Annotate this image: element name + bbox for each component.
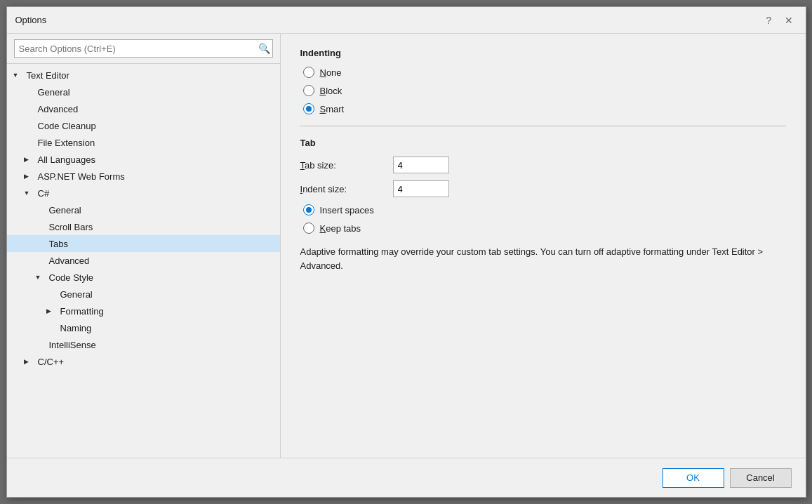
- tree-item-label-code-cleanup: Code Cleanup: [38, 121, 96, 131]
- help-button[interactable]: ?: [761, 12, 778, 29]
- tree-view: ▼Text EditorGeneralAdvancedCode CleanupF…: [7, 64, 280, 458]
- keep-tabs-label: Keep tabs: [320, 223, 361, 234]
- tree-item-label-naming: Naming: [60, 323, 92, 333]
- tree-item-label-csharp: C#: [38, 188, 50, 199]
- tree-item-code-style-general[interactable]: General: [7, 286, 280, 303]
- title-bar: Options ? ✕: [7, 7, 806, 34]
- dialog-title: Options: [15, 15, 761, 25]
- options-dialog: Options ? ✕ 🔍 ▼Text EditorGeneralAdvance…: [6, 6, 806, 498]
- indenting-section: Indenting None Block Smart: [300, 48, 786, 114]
- search-input[interactable]: [14, 39, 273, 58]
- tab-size-label: Tab size:: [300, 160, 385, 171]
- tree-item-label-general: General: [38, 87, 70, 98]
- indent-smart-option[interactable]: Smart: [303, 103, 786, 114]
- cancel-button[interactable]: Cancel: [730, 468, 792, 488]
- indent-smart-radio[interactable]: [303, 103, 314, 114]
- indent-block-radio[interactable]: [303, 85, 314, 96]
- tree-item-csharp-advanced[interactable]: Advanced: [7, 252, 280, 269]
- section-divider-1: [300, 126, 786, 126]
- tree-item-label-intellisense: IntelliSense: [49, 340, 96, 350]
- expand-icon-csharp: ▼: [24, 190, 35, 197]
- tree-item-label-formatting: Formatting: [60, 306, 104, 317]
- tree-item-tabs[interactable]: Tabs: [7, 235, 280, 252]
- tree-item-scroll-bars[interactable]: Scroll Bars: [7, 218, 280, 235]
- tree-item-text-editor[interactable]: ▼Text Editor: [7, 67, 280, 84]
- tree-item-code-style[interactable]: ▼Code Style: [7, 269, 280, 286]
- keep-tabs-option[interactable]: Keep tabs: [303, 223, 786, 234]
- title-bar-buttons: ? ✕: [761, 12, 797, 29]
- indent-smart-label: Smart: [320, 104, 345, 114]
- close-button[interactable]: ✕: [780, 12, 797, 29]
- tab-size-row: Tab size:: [300, 157, 786, 173]
- tree-item-intellisense[interactable]: IntelliSense: [7, 336, 280, 353]
- indent-none-label: None: [320, 67, 342, 78]
- left-panel: 🔍 ▼Text EditorGeneralAdvancedCode Cleanu…: [7, 34, 281, 458]
- tree-item-label-file-extension: File Extension: [38, 138, 95, 148]
- indent-none-option[interactable]: None: [303, 67, 786, 78]
- tree-item-label-csharp-advanced: Advanced: [49, 256, 90, 266]
- tree-item-naming[interactable]: Naming: [7, 319, 280, 336]
- tab-style-radio-group: Insert spaces Keep tabs: [303, 204, 786, 234]
- indent-size-row: Indent size:: [300, 180, 786, 197]
- tree-item-label-advanced: Advanced: [38, 104, 79, 114]
- indent-size-input[interactable]: [393, 180, 449, 197]
- search-container: 🔍: [7, 34, 280, 64]
- right-panel: Indenting None Block Smart: [281, 34, 806, 458]
- tree-item-csharp-general[interactable]: General: [7, 201, 280, 218]
- adaptive-formatting-info: Adaptive formatting may override your cu…: [300, 245, 778, 272]
- tree-item-label-text-editor: Text Editor: [27, 70, 69, 81]
- tree-item-file-extension[interactable]: File Extension: [7, 134, 280, 151]
- tree-item-label-code-style-general: General: [60, 289, 93, 300]
- expand-icon-aspnet-web-forms: ▶: [24, 173, 35, 180]
- indenting-title: Indenting: [300, 48, 786, 58]
- tree-item-label-scroll-bars: Scroll Bars: [49, 222, 93, 232]
- tree-item-csharp[interactable]: ▼C#: [7, 185, 280, 201]
- tab-section: Tab Tab size: Indent size: Insert spaces: [300, 138, 786, 272]
- tree-item-label-code-style: Code Style: [49, 272, 94, 283]
- dialog-body: 🔍 ▼Text EditorGeneralAdvancedCode Cleanu…: [7, 34, 806, 458]
- expand-icon-formatting: ▶: [46, 307, 58, 314]
- tree-item-label-all-languages: All Languages: [38, 154, 95, 165]
- insert-spaces-label: Insert spaces: [320, 205, 374, 215]
- tab-size-input[interactable]: [393, 157, 449, 173]
- tree-item-advanced[interactable]: Advanced: [7, 100, 280, 117]
- expand-icon-all-languages: ▶: [24, 156, 35, 163]
- tab-title: Tab: [300, 138, 786, 148]
- expand-icon-c-cpp: ▶: [24, 358, 35, 365]
- tree-item-label-tabs: Tabs: [49, 239, 68, 249]
- keep-tabs-radio[interactable]: [303, 223, 314, 234]
- tree-item-formatting[interactable]: ▶Formatting: [7, 303, 280, 319]
- expand-icon-text-editor: ▼: [13, 72, 24, 79]
- tree-item-c-cpp[interactable]: ▶C/C++: [7, 353, 280, 370]
- tree-item-label-c-cpp: C/C++: [38, 357, 65, 367]
- indenting-radio-group: None Block Smart: [303, 67, 786, 114]
- dialog-footer: OK Cancel: [7, 458, 806, 497]
- indent-size-label: Indent size:: [300, 184, 385, 194]
- tree-item-label-csharp-general: General: [49, 205, 81, 215]
- tree-item-general[interactable]: General: [7, 84, 280, 100]
- indent-block-option[interactable]: Block: [303, 85, 786, 96]
- tree-item-aspnet-web-forms[interactable]: ▶ASP.NET Web Forms: [7, 168, 280, 185]
- ok-button[interactable]: OK: [663, 468, 724, 488]
- search-wrapper: 🔍: [14, 39, 273, 58]
- expand-icon-code-style: ▼: [35, 274, 46, 281]
- insert-spaces-option[interactable]: Insert spaces: [303, 204, 786, 215]
- tree-item-code-cleanup[interactable]: Code Cleanup: [7, 117, 280, 134]
- indent-block-label: Block: [320, 86, 342, 96]
- tree-item-label-aspnet-web-forms: ASP.NET Web Forms: [38, 171, 125, 182]
- indent-none-radio[interactable]: [303, 67, 314, 78]
- search-icon-button[interactable]: 🔍: [258, 43, 270, 54]
- insert-spaces-radio[interactable]: [303, 204, 314, 215]
- tree-item-all-languages[interactable]: ▶All Languages: [7, 151, 280, 168]
